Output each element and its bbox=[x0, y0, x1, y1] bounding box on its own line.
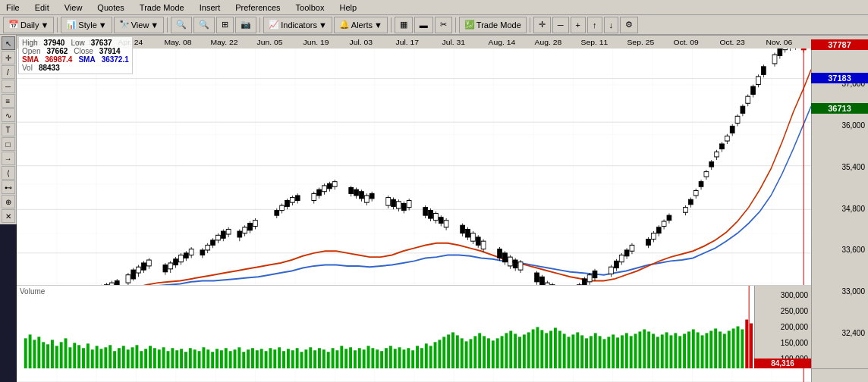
svg-rect-345 bbox=[487, 338, 490, 368]
menu-file[interactable]: File bbox=[3, 2, 23, 13]
line-tool-btn[interactable]: / bbox=[2, 65, 15, 79]
measure-tool-btn[interactable]: ⊷ bbox=[2, 180, 15, 194]
svg-rect-319 bbox=[371, 348, 374, 368]
svg-rect-361 bbox=[558, 330, 561, 368]
svg-rect-400 bbox=[732, 328, 735, 368]
menu-edit[interactable]: Edit bbox=[32, 2, 52, 13]
svg-rect-267 bbox=[140, 351, 143, 368]
svg-rect-339 bbox=[461, 338, 464, 368]
menu-view[interactable]: View bbox=[61, 2, 86, 13]
sma2-value: 36372.1 bbox=[102, 55, 129, 64]
svg-rect-378 bbox=[634, 333, 637, 368]
svg-rect-192 bbox=[662, 221, 666, 227]
channel-tool-btn[interactable]: ≡ bbox=[2, 94, 15, 108]
delete-tool-btn[interactable]: ✕ bbox=[2, 209, 15, 223]
trade-mode-btn[interactable]: 💹 Trade Mode bbox=[459, 17, 527, 33]
sma1-value: 36987.4 bbox=[45, 55, 72, 64]
alerts-btn[interactable]: 🔔 Alerts ▼ bbox=[334, 17, 388, 33]
vol-value: 88433 bbox=[39, 64, 60, 72]
svg-rect-341 bbox=[469, 339, 472, 368]
date-sep25: Sep. 25 bbox=[627, 39, 654, 46]
zoom-select-btn[interactable]: ⊞ bbox=[216, 17, 234, 33]
zoom-in-icon: 🔍 bbox=[176, 20, 187, 30]
menu-insert[interactable]: Insert bbox=[197, 2, 224, 13]
screenshot-btn[interactable]: 📷 bbox=[235, 17, 256, 33]
menu-toolbox[interactable]: Toolbox bbox=[293, 2, 328, 13]
svg-rect-357 bbox=[540, 330, 543, 368]
svg-rect-98 bbox=[317, 189, 322, 196]
plus-btn[interactable]: + bbox=[571, 17, 586, 33]
date-oct23: Oct. 23 bbox=[719, 39, 744, 46]
menu-trade-mode[interactable]: Trade Mode bbox=[137, 2, 187, 13]
style-btn[interactable]: 📊 Style ▼ bbox=[61, 17, 112, 33]
svg-rect-318 bbox=[367, 346, 370, 368]
crosshair-btn[interactable]: ✛ bbox=[533, 17, 551, 33]
settings-btn[interactable]: ⚙ bbox=[620, 17, 638, 33]
view-icon: 🔭 bbox=[119, 20, 130, 30]
svg-rect-226 bbox=[761, 67, 766, 74]
svg-rect-54 bbox=[163, 265, 168, 272]
alerts-label: Alerts bbox=[351, 20, 373, 30]
svg-rect-334 bbox=[438, 340, 441, 368]
svg-rect-358 bbox=[545, 333, 548, 368]
zoom-out-btn[interactable]: 🔍 bbox=[193, 17, 215, 33]
chart-type-bar-btn[interactable]: ▦ bbox=[395, 17, 413, 33]
svg-rect-228 bbox=[772, 55, 777, 64]
chart-tools-btn[interactable]: ✂ bbox=[435, 17, 452, 33]
svg-rect-289 bbox=[237, 347, 241, 368]
line-btn[interactable]: ─ bbox=[552, 17, 569, 33]
indicators-btn[interactable]: 📈 Indicators ▼ bbox=[263, 17, 332, 33]
svg-rect-401 bbox=[737, 327, 740, 368]
close-value: 37914 bbox=[99, 47, 121, 55]
indicators-label: Indicators bbox=[281, 20, 317, 30]
svg-rect-114 bbox=[370, 193, 374, 199]
volume-svg bbox=[17, 286, 754, 368]
fib-tool-btn[interactable]: ∿ bbox=[2, 108, 15, 122]
open-value: 37662 bbox=[46, 47, 68, 55]
svg-rect-214 bbox=[730, 126, 734, 133]
svg-rect-272 bbox=[162, 347, 165, 368]
arrow-tool-btn[interactable]: → bbox=[2, 152, 15, 165]
zoom-tool-btn[interactable]: ⊕ bbox=[2, 195, 15, 208]
svg-rect-312 bbox=[340, 346, 343, 368]
svg-rect-362 bbox=[563, 333, 566, 368]
timeframe-dropdown[interactable]: 📅 Daily ▼ bbox=[3, 17, 54, 33]
text-tool-btn[interactable]: T bbox=[2, 123, 15, 136]
volume-axis: 300,000 250,000 200,000 150,000 100,000 bbox=[754, 286, 811, 368]
svg-rect-337 bbox=[451, 332, 454, 368]
svg-rect-321 bbox=[380, 351, 383, 368]
menu-help[interactable]: Help bbox=[336, 2, 360, 13]
svg-rect-349 bbox=[505, 333, 508, 368]
date-nov06: Nov. 06 bbox=[766, 39, 792, 46]
chart-type-candle-btn[interactable]: ▬ bbox=[414, 17, 433, 33]
elliot-tool-btn[interactable]: ⟨ bbox=[2, 166, 15, 180]
svg-rect-292 bbox=[251, 348, 254, 368]
crosshair-tool-btn[interactable]: ✛ bbox=[2, 51, 15, 64]
hline-tool-btn[interactable]: ─ bbox=[2, 80, 15, 93]
price-33000: 33,000 bbox=[812, 287, 868, 296]
svg-rect-285 bbox=[220, 350, 223, 368]
toolbar-separator-3 bbox=[259, 17, 260, 33]
svg-rect-354 bbox=[527, 332, 530, 368]
svg-rect-196 bbox=[684, 208, 688, 213]
menu-quotes[interactable]: Quotes bbox=[94, 2, 127, 13]
svg-rect-291 bbox=[247, 349, 250, 368]
style-arrow-icon: ▼ bbox=[99, 20, 107, 30]
arrow-down-btn[interactable]: ↓ bbox=[604, 17, 619, 33]
cursor-tool-btn[interactable]: ↖ bbox=[2, 36, 15, 50]
svg-rect-297 bbox=[273, 349, 276, 368]
view-btn[interactable]: 🔭 View ▼ bbox=[114, 17, 165, 33]
sma1-label: SMA bbox=[22, 55, 39, 64]
svg-rect-326 bbox=[402, 349, 405, 368]
svg-rect-356 bbox=[536, 327, 539, 369]
svg-rect-281 bbox=[202, 347, 205, 368]
arrow-up-btn[interactable]: ↑ bbox=[587, 17, 602, 33]
shape-tool-btn[interactable]: □ bbox=[2, 137, 15, 151]
svg-rect-314 bbox=[349, 347, 352, 368]
zoom-in-btn[interactable]: 🔍 bbox=[171, 17, 192, 33]
svg-rect-386 bbox=[670, 335, 673, 368]
svg-rect-330 bbox=[420, 348, 423, 368]
svg-rect-340 bbox=[465, 341, 468, 368]
svg-rect-279 bbox=[193, 349, 197, 368]
menu-preferences[interactable]: Preferences bbox=[232, 2, 283, 13]
